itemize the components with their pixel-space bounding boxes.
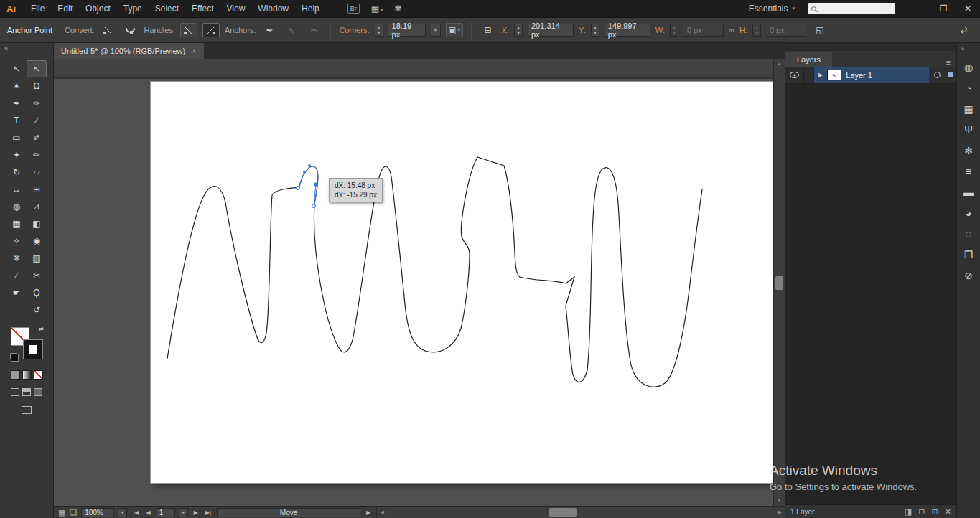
expand-panels-icon[interactable]: «	[957, 43, 980, 55]
visibility-cell[interactable]	[785, 67, 804, 83]
corners-dropdown[interactable]: ▾	[431, 24, 441, 37]
canvas-area[interactable]: dX: 15.48 px dY: -15.29 px	[54, 59, 773, 506]
graphic-styles-panel-icon[interactable]: ❐	[964, 249, 974, 260]
y-value[interactable]: 149.997 px	[605, 24, 650, 37]
remove-anchor-button[interactable]: ✒	[261, 23, 278, 37]
transform-options-icon[interactable]: ◱	[811, 23, 829, 37]
symbols-panel-icon[interactable]: ✻	[964, 145, 973, 156]
none-button[interactable]	[34, 370, 43, 380]
minimize-button[interactable]: –	[907, 1, 931, 17]
slice-tool[interactable]: ∕	[6, 267, 27, 284]
tab-layers[interactable]: Layers	[785, 52, 832, 67]
y-stepper[interactable]: ▴▾	[591, 24, 599, 37]
menu-select[interactable]: Select	[149, 1, 185, 17]
x-value[interactable]: 201.314 px	[528, 24, 574, 37]
connect-endpoints-button[interactable]: ∿	[283, 23, 300, 37]
menu-help[interactable]: Help	[295, 1, 326, 17]
next-artboard-button[interactable]: ▶	[192, 509, 200, 516]
expand-layer-icon[interactable]: ▶	[818, 72, 823, 78]
collapse-tools-icon[interactable]: «	[0, 43, 53, 55]
lasso-tool[interactable]: Ω	[27, 77, 47, 95]
swap-fill-stroke-icon[interactable]: ⇄	[39, 326, 44, 332]
rotate-view-tool[interactable]: ↺	[27, 301, 47, 319]
scroll-left-icon[interactable]: ◀	[377, 507, 387, 518]
document-tab[interactable]: Untitled-5* @ 100% (RGB/Preview) ×	[54, 43, 204, 59]
previous-artboard-button[interactable]: ◀	[145, 509, 152, 516]
vertical-scrollbar[interactable]: ▴ ▾	[773, 59, 785, 506]
convert-to-smooth-button[interactable]	[122, 23, 139, 37]
search-box[interactable]	[808, 3, 895, 14]
rectangle-tool[interactable]: ▭	[6, 129, 27, 146]
convert-to-corner-button[interactable]	[100, 23, 117, 37]
control-panel-collapse-icon[interactable]: ⇄	[956, 23, 973, 37]
scroll-down-icon[interactable]: ▾	[774, 496, 785, 506]
vertical-scroll-thumb[interactable]	[775, 276, 783, 290]
menu-view[interactable]: View	[220, 1, 252, 17]
bridge-icon[interactable]: Br	[347, 4, 360, 14]
artboard-number[interactable]: 1	[157, 508, 175, 517]
brushes-panel-icon[interactable]: Ψ	[964, 124, 973, 136]
zoom-tool[interactable]: Ϙ	[27, 284, 47, 301]
menu-type[interactable]: Type	[117, 1, 149, 17]
menu-window[interactable]: Window	[251, 1, 295, 17]
swatches-panel-icon[interactable]: ▦	[963, 103, 973, 115]
color-guide-panel-icon[interactable]: ◔	[966, 83, 971, 94]
mesh-tool[interactable]: ▦	[6, 215, 27, 232]
scroll-right-icon[interactable]: ▶	[775, 507, 785, 518]
rotate-tool[interactable]: ↻	[6, 164, 27, 181]
scroll-up-icon[interactable]: ▴	[774, 59, 785, 69]
draw-normal-icon[interactable]	[11, 388, 19, 396]
symbol-sprayer-tool[interactable]: ❋	[6, 250, 27, 267]
draw-behind-icon[interactable]	[22, 388, 31, 396]
layer-row[interactable]: ▶ ∿ Layer 1	[785, 67, 956, 84]
color-panel-icon[interactable]: ◍	[964, 62, 973, 73]
arrange-documents-icon[interactable]: ▦▾	[371, 4, 383, 14]
pen-tool[interactable]: ✒	[6, 95, 27, 112]
new-layer-icon[interactable]: ⊞	[932, 507, 938, 517]
menu-effect[interactable]: Effect	[185, 1, 220, 17]
draw-inside-icon[interactable]	[34, 388, 42, 396]
lock-cell[interactable]	[804, 67, 814, 83]
stroke-panel-icon[interactable]: ≡	[966, 166, 971, 177]
blend-tool[interactable]: ◉	[27, 232, 47, 250]
type-tool[interactable]: T	[6, 112, 27, 129]
transparency-panel-icon[interactable]: ◕	[966, 207, 971, 219]
make-clipping-mask-icon[interactable]: ◨	[905, 507, 912, 517]
search-input[interactable]	[819, 4, 892, 13]
curvature-tool[interactable]: ✑	[27, 95, 47, 112]
selection-tool[interactable]: ↖	[6, 60, 27, 77]
direct-selection-tool[interactable]: ↖	[27, 60, 47, 77]
column-graph-tool[interactable]: ▥	[27, 250, 47, 267]
workspace-switcher[interactable]: Essentials ▾	[749, 4, 795, 14]
line-segment-tool[interactable]: ∕	[27, 112, 47, 129]
panel-menu-icon[interactable]: ≡	[946, 58, 956, 67]
cut-path-button[interactable]: ✂	[305, 23, 322, 37]
paintbrush-tool[interactable]: ✐	[27, 129, 47, 146]
width-tool[interactable]: ↔	[6, 181, 27, 198]
hand-tool[interactable]: ☛	[6, 284, 27, 301]
w-link[interactable]: W:	[655, 26, 665, 34]
layer-thumbnail[interactable]: ∿	[827, 70, 841, 80]
shaper-tool[interactable]: ✦	[6, 146, 27, 164]
artboard-dropdown-icon[interactable]: ▾	[179, 508, 188, 517]
magic-wand-tool[interactable]: ✶	[6, 77, 27, 95]
new-sublayer-icon[interactable]: ⊟	[918, 507, 925, 517]
appearance-panel-icon[interactable]: ◌	[966, 228, 971, 240]
first-artboard-button[interactable]: |◀	[131, 509, 140, 516]
select-similar-dropdown[interactable]: ▣▾	[446, 23, 463, 37]
align-options-icon[interactable]: ⊟	[480, 23, 497, 37]
target-cell[interactable]	[929, 67, 945, 83]
close-button[interactable]: ✕	[956, 1, 980, 17]
horizontal-scrollbar[interactable]: ◀ ▶	[376, 507, 785, 518]
artboards-icon[interactable]: ▦	[58, 508, 65, 517]
tab-close-icon[interactable]: ×	[192, 47, 196, 55]
drawn-path[interactable]	[167, 157, 702, 387]
screen-mode-icon[interactable]	[22, 406, 32, 414]
corners-link[interactable]: Corners:	[339, 26, 369, 34]
stroke-swatch[interactable]	[24, 340, 42, 359]
y-link[interactable]: Y:	[579, 26, 586, 34]
constrain-proportions-icon[interactable]: ∞	[729, 26, 734, 34]
color-button[interactable]	[11, 370, 20, 380]
horizontal-scroll-thumb[interactable]	[549, 508, 577, 517]
hide-handles-button[interactable]	[180, 23, 197, 37]
